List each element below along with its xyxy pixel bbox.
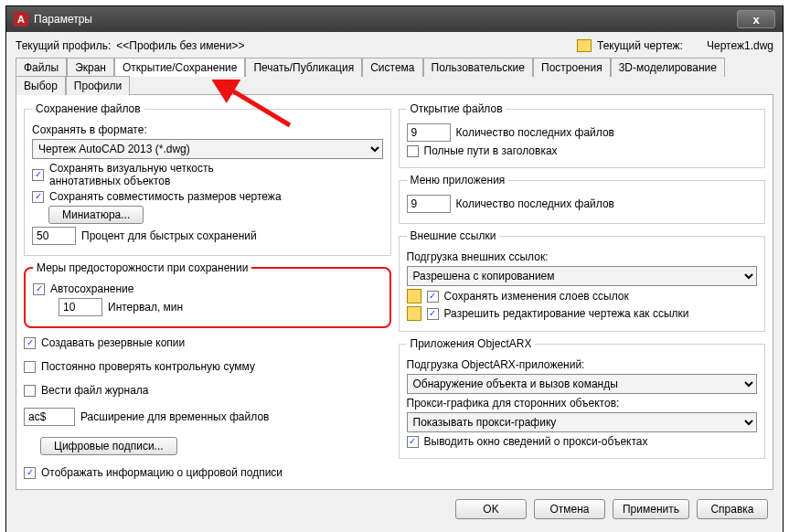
- precautions-legend: Меры предосторожности при сохранении: [33, 261, 251, 274]
- dialog-footer: OK Отмена Применить Справка: [16, 490, 773, 525]
- tab-8[interactable]: Выбор: [16, 76, 66, 95]
- xrefs-legend: Внешние ссылки: [407, 229, 500, 242]
- show-proxy-checkbox[interactable]: ✓: [407, 436, 419, 448]
- window-title: Параметры: [34, 13, 737, 26]
- percent-input[interactable]: [32, 227, 76, 245]
- allow-edit-checkbox[interactable]: ✓: [427, 308, 439, 320]
- log-label: Вести файл журнала: [41, 384, 148, 397]
- format-select[interactable]: Чертеж AutoCAD 2013 (*.dwg): [32, 139, 383, 159]
- dialog-window: A Параметры x Текущий профиль: <<Профиль…: [5, 5, 784, 532]
- current-drawing-label: Текущий чертеж:: [597, 39, 683, 52]
- close-button[interactable]: x: [737, 10, 775, 28]
- save-as-label: Сохранять в формате:: [32, 123, 147, 136]
- app-logo-icon: A: [14, 12, 28, 27]
- apply-button[interactable]: Применить: [613, 499, 689, 519]
- xrefs-group: Внешние ссылки Подгрузка внешних ссылок:…: [399, 229, 766, 332]
- keep-compat-label: Сохранять совместимость размеров чертежа: [49, 190, 282, 203]
- ok-button[interactable]: OK: [455, 499, 527, 519]
- checksum-label: Постоянно проверять контрольную сумму: [41, 360, 255, 373]
- drawing-icon: [577, 39, 592, 52]
- appmenu-group: Меню приложения Количество последних фай…: [399, 174, 766, 224]
- save-files-group: Сохранение файлов Сохранять в формате: Ч…: [24, 102, 391, 256]
- precautions-group: Меры предосторожности при сохранении ✓ А…: [24, 261, 391, 328]
- arx-load-label: Подгрузка ObjectARX-приложений:: [407, 358, 585, 371]
- tab-6[interactable]: Построения: [533, 58, 611, 77]
- backup-label: Создавать резервные копии: [41, 336, 185, 349]
- tab-7[interactable]: 3D-моделирование: [611, 58, 725, 77]
- show-sig-checkbox[interactable]: ✓: [24, 467, 36, 479]
- tab-bar: ФайлыЭкранОткрытие/СохранениеПечать/Публ…: [16, 58, 773, 95]
- help-button[interactable]: Справка: [697, 499, 768, 519]
- checksum-checkbox[interactable]: [24, 361, 36, 373]
- tab-1[interactable]: Экран: [67, 58, 114, 77]
- appmenu-recent-label: Количество последних файлов: [456, 197, 614, 210]
- show-proxy-label: Выводить окно сведений о прокси-объектах: [424, 435, 648, 448]
- cancel-button[interactable]: Отмена: [534, 499, 605, 519]
- arx-load-select[interactable]: Обнаружение объекта и вызов команды: [407, 374, 758, 394]
- tab-panel: Сохранение файлов Сохранять в формате: Ч…: [16, 95, 773, 490]
- interval-label: Интервал, мин: [108, 301, 183, 314]
- tab-3[interactable]: Печать/Публикация: [245, 58, 362, 77]
- xrefs-load-label: Подгрузка внешних ссылок:: [407, 250, 549, 263]
- tab-0[interactable]: Файлы: [16, 58, 67, 77]
- autosave-checkbox[interactable]: ✓: [33, 283, 45, 295]
- ext-label: Расширение для временных файлов: [80, 410, 269, 423]
- xrefs-load-select[interactable]: Разрешена с копированием: [407, 266, 758, 286]
- allow-edit-label: Разрешить редактирование чертежа как ссы…: [444, 307, 689, 320]
- signatures-button[interactable]: Цифровые подписи...: [40, 437, 177, 455]
- autosave-label: Автосохранение: [50, 282, 133, 295]
- profile-value: <<Профиль без имени>>: [116, 39, 244, 52]
- save-layers-label: Сохранять изменения слоев ссылок: [444, 290, 629, 303]
- save-files-legend: Сохранение файлов: [32, 102, 144, 115]
- fullpath-label: Полные пути в заголовках: [424, 144, 558, 157]
- miniature-button[interactable]: Миниатюра...: [48, 206, 144, 224]
- proxy-select[interactable]: Показывать прокси-графику: [407, 412, 758, 432]
- current-drawing-value: Чертеж1.dwg: [707, 39, 773, 52]
- keep-visual-label: Сохранять визуальную четкость аннотативн…: [49, 162, 287, 187]
- proxy-label: Прокси-графика для сторонних объектов:: [407, 397, 620, 410]
- tab-9[interactable]: Профили: [66, 76, 130, 95]
- arx-group: Приложения ObjectARX Подгрузка ObjectARX…: [399, 337, 766, 459]
- show-sig-label: Отображать информацию о цифровой подписи: [41, 466, 283, 479]
- open-files-legend: Открытие файлов: [407, 102, 506, 115]
- ext-input[interactable]: [24, 408, 75, 426]
- keep-compat-checkbox[interactable]: ✓: [32, 191, 44, 203]
- appmenu-recent-input[interactable]: [407, 195, 451, 213]
- open-recent-input[interactable]: [407, 123, 451, 142]
- dwg-icon: [407, 289, 421, 303]
- tab-5[interactable]: Пользовательские: [423, 58, 534, 77]
- fullpath-checkbox[interactable]: [407, 145, 419, 157]
- titlebar: A Параметры x: [6, 6, 783, 32]
- appmenu-legend: Меню приложения: [407, 174, 509, 186]
- open-files-group: Открытие файлов Количество последних фай…: [399, 102, 766, 168]
- tab-4[interactable]: Система: [362, 58, 422, 77]
- open-recent-label: Количество последних файлов: [456, 126, 614, 139]
- log-checkbox[interactable]: [24, 385, 36, 397]
- profile-row: Текущий профиль: <<Профиль без имени>> Т…: [16, 39, 773, 52]
- arx-legend: Приложения ObjectARX: [407, 337, 536, 350]
- keep-visual-checkbox[interactable]: ✓: [32, 169, 44, 181]
- tab-2[interactable]: Открытие/Сохранение: [114, 58, 245, 77]
- percent-label: Процент для быстрых сохранений: [81, 229, 257, 242]
- backup-checkbox[interactable]: ✓: [24, 337, 36, 349]
- save-layers-checkbox[interactable]: ✓: [427, 291, 439, 303]
- dwg-icon: [407, 306, 421, 321]
- interval-input[interactable]: [59, 298, 102, 316]
- profile-label: Текущий профиль:: [16, 39, 111, 52]
